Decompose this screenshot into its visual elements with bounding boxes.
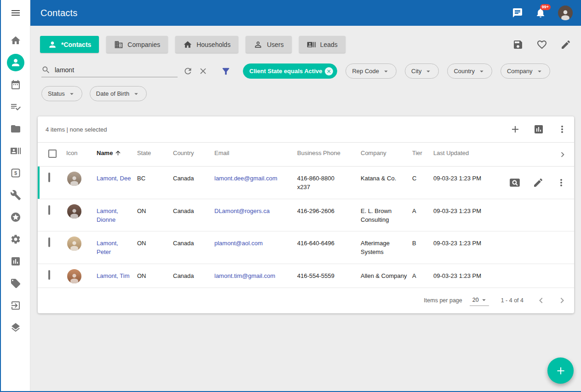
edit-view-button[interactable] — [560, 39, 571, 50]
chip-label: Client State equals Active — [249, 68, 322, 75]
column-header-name[interactable]: Name — [97, 143, 137, 163]
chevron-down-icon — [132, 90, 140, 98]
filter-chip-city[interactable]: City — [405, 63, 439, 79]
sidebar-item-reports[interactable] — [1, 250, 30, 272]
add-contact-fab[interactable] — [547, 357, 574, 384]
favorite-button[interactable] — [536, 39, 547, 50]
sidebar-item-billing[interactable] — [1, 162, 30, 184]
contact-name-link[interactable]: Lamont, Dionne — [97, 208, 118, 223]
filter-chip-company[interactable]: Company — [500, 63, 550, 79]
page-size-value: 20 — [472, 297, 479, 303]
signout-icon — [10, 300, 21, 311]
contact-name-link[interactable]: Lamont, Peter — [97, 240, 118, 255]
menu-button[interactable] — [1, 0, 30, 26]
filter-chip-date-of-birth[interactable]: Date of Birth — [90, 86, 147, 101]
refresh-search-button[interactable] — [183, 66, 193, 76]
chart-button[interactable] — [533, 124, 544, 135]
column-header-country[interactable]: Country — [173, 143, 214, 163]
sidebar-item-layers[interactable] — [1, 317, 30, 339]
tab-households[interactable]: Households — [175, 36, 238, 53]
toolbar-icons — [510, 124, 568, 135]
email-link[interactable]: plamont@aol.com — [214, 240, 263, 247]
row-checkbox[interactable] — [48, 237, 50, 247]
sidebar-item-home[interactable] — [1, 29, 30, 52]
filter-chip-status[interactable]: Status — [41, 86, 82, 101]
clear-search-button[interactable] — [198, 66, 208, 76]
tags-icon — [10, 278, 21, 289]
column-header-company[interactable]: Company — [361, 143, 412, 163]
select-all-checkbox[interactable] — [48, 150, 57, 158]
tab-users[interactable]: Users — [246, 36, 292, 53]
chevron-down-icon — [480, 296, 488, 304]
page-size-select[interactable]: 20 — [470, 295, 489, 306]
column-header-state[interactable]: State — [137, 143, 173, 163]
edit-row-button[interactable] — [533, 177, 544, 188]
building-icon — [114, 40, 123, 49]
contact-name-link[interactable]: Lamont, Tim — [97, 272, 130, 279]
search-field[interactable] — [41, 65, 178, 77]
chat-button[interactable] — [512, 7, 523, 18]
sort-ascending-icon — [115, 150, 121, 156]
search-input[interactable] — [55, 66, 178, 74]
filter-button[interactable] — [221, 66, 231, 76]
save-view-button[interactable] — [512, 39, 523, 50]
contact-name-link[interactable]: Lamont, Dee — [97, 175, 131, 182]
email-link[interactable]: lamont.tim@gmail.com — [214, 272, 275, 279]
sidebar-item-featured[interactable] — [1, 206, 30, 228]
table-row: Lamont, Dionne ON Canada DLamont@rogers.… — [38, 199, 574, 232]
tier-cell: A — [412, 264, 433, 288]
country-cell: Canada — [173, 199, 214, 223]
state-cell: ON — [137, 199, 173, 223]
previous-page-button[interactable] — [534, 293, 548, 308]
column-header-last-updated[interactable]: Last Updated — [433, 143, 502, 163]
column-header-tier[interactable]: Tier — [412, 143, 433, 163]
filter-chip-country[interactable]: Country — [447, 63, 492, 79]
row-checkbox[interactable] — [48, 205, 50, 215]
row-checkbox[interactable] — [48, 270, 50, 280]
notifications-button[interactable]: 99+ — [535, 7, 546, 18]
tools-icon — [10, 190, 21, 201]
tab-contacts[interactable]: *Contacts — [40, 36, 99, 53]
table-header-row: Icon Name State Country Email Business P… — [38, 142, 574, 167]
preview-button[interactable] — [509, 177, 521, 189]
chip-label: Company — [507, 68, 533, 75]
next-page-button[interactable] — [555, 293, 569, 308]
chip-label: Rep Code — [352, 68, 379, 75]
results-toolbar: 4 items | none selected — [38, 116, 574, 142]
sidebar-item-contacts[interactable] — [1, 52, 30, 74]
row-menu-button[interactable] — [556, 177, 567, 188]
sidebar-item-settings[interactable] — [1, 228, 30, 250]
chevron-right-icon — [557, 295, 568, 306]
row-checkbox[interactable] — [48, 173, 50, 182]
sidebar-item-tags[interactable] — [1, 272, 30, 294]
table-menu-button[interactable] — [557, 124, 568, 135]
remove-filter-button[interactable] — [325, 67, 333, 75]
email-link[interactable]: DLamont@rogers.ca — [214, 208, 270, 214]
scroll-columns-button[interactable] — [558, 150, 568, 160]
rolodex-icon — [10, 145, 21, 156]
filter-chip-client-state[interactable]: Client State equals Active — [243, 63, 337, 79]
results-card: 4 items | none selected Icon Name — [38, 116, 574, 313]
save-icon — [512, 39, 523, 50]
tab-leads[interactable]: Leads — [299, 36, 345, 53]
column-header-icon[interactable]: Icon — [66, 143, 97, 163]
filter-chip-rep-code[interactable]: Rep Code — [345, 63, 397, 79]
scroll-columns-cell — [502, 143, 574, 166]
reports-icon — [10, 256, 21, 267]
email-link[interactable]: lamont.dee@gmail.com — [214, 175, 277, 182]
column-header-business-phone[interactable]: Business Phone — [297, 143, 361, 163]
chevron-left-icon — [535, 295, 546, 306]
add-column-button[interactable] — [510, 124, 521, 135]
sidebar-item-tasks[interactable] — [1, 96, 30, 118]
sidebar-item-rolodex[interactable] — [1, 140, 30, 162]
filter-icon — [221, 66, 231, 76]
sidebar-item-signout[interactable] — [1, 294, 30, 317]
user-avatar-icon — [559, 8, 571, 20]
sidebar-item-tools[interactable] — [1, 184, 30, 206]
column-header-email[interactable]: Email — [214, 143, 297, 163]
sidebar-item-documents[interactable] — [1, 118, 30, 140]
tab-companies[interactable]: Companies — [106, 36, 168, 53]
user-avatar[interactable] — [558, 6, 573, 20]
contact-avatar — [67, 172, 81, 186]
sidebar-item-calendar[interactable] — [1, 74, 30, 96]
